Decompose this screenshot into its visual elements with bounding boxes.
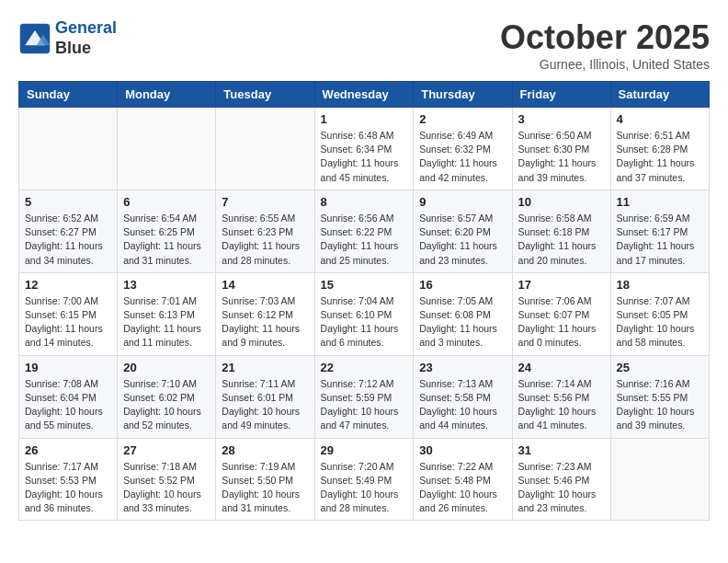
day-number: 20 <box>123 361 210 374</box>
calendar-cell: 6Sunrise: 6:54 AM Sunset: 6:25 PM Daylig… <box>118 190 216 272</box>
calendar-cell: 10Sunrise: 6:58 AM Sunset: 6:18 PM Dayli… <box>512 190 610 272</box>
day-number: 22 <box>321 361 408 374</box>
calendar-cell: 23Sunrise: 7:13 AM Sunset: 5:58 PM Dayli… <box>414 355 512 438</box>
calendar-cell: 7Sunrise: 6:55 AM Sunset: 6:23 PM Daylig… <box>216 190 314 272</box>
calendar-cell: 27Sunrise: 7:18 AM Sunset: 5:52 PM Dayli… <box>118 438 216 521</box>
day-info: Sunrise: 7:00 AM Sunset: 6:15 PM Dayligh… <box>25 294 111 350</box>
location: Gurnee, Illinois, United States <box>500 57 710 72</box>
day-number: 31 <box>518 443 605 457</box>
day-number: 26 <box>25 443 111 457</box>
calendar-cell: 4Sunrise: 6:51 AM Sunset: 6:28 PM Daylig… <box>610 108 709 190</box>
weekday-header-tuesday: Tuesday <box>216 82 314 108</box>
day-number: 19 <box>25 361 111 374</box>
calendar-cell: 16Sunrise: 7:05 AM Sunset: 6:08 PM Dayli… <box>414 272 512 355</box>
calendar-cell: 9Sunrise: 6:57 AM Sunset: 6:20 PM Daylig… <box>414 190 512 272</box>
calendar-week-row: 1Sunrise: 6:48 AM Sunset: 6:34 PM Daylig… <box>19 108 710 190</box>
day-number: 11 <box>617 195 703 209</box>
day-number: 17 <box>518 278 605 292</box>
day-info: Sunrise: 7:05 AM Sunset: 6:08 PM Dayligh… <box>419 294 506 350</box>
day-number: 28 <box>222 443 308 457</box>
logo-line2: Blue <box>55 39 117 59</box>
day-info: Sunrise: 7:12 AM Sunset: 5:59 PM Dayligh… <box>321 377 408 433</box>
day-info: Sunrise: 7:18 AM Sunset: 5:52 PM Dayligh… <box>123 460 210 516</box>
day-info: Sunrise: 6:52 AM Sunset: 6:27 PM Dayligh… <box>25 212 111 268</box>
calendar-table: SundayMondayTuesdayWednesdayThursdayFrid… <box>18 81 710 521</box>
calendar-cell: 3Sunrise: 6:50 AM Sunset: 6:30 PM Daylig… <box>512 108 610 190</box>
calendar-cell: 26Sunrise: 7:17 AM Sunset: 5:53 PM Dayli… <box>19 438 118 521</box>
weekday-header-wednesday: Wednesday <box>314 82 414 108</box>
day-number: 4 <box>617 112 703 126</box>
day-info: Sunrise: 7:19 AM Sunset: 5:50 PM Dayligh… <box>222 460 308 516</box>
weekday-header-row: SundayMondayTuesdayWednesdayThursdayFrid… <box>19 82 710 108</box>
logo: General Blue <box>18 18 117 58</box>
day-info: Sunrise: 7:06 AM Sunset: 6:07 PM Dayligh… <box>518 294 605 350</box>
day-number: 12 <box>25 278 111 292</box>
day-number: 1 <box>321 112 408 126</box>
weekday-header-monday: Monday <box>118 82 216 108</box>
day-number: 30 <box>419 443 506 457</box>
day-number: 27 <box>123 443 210 457</box>
day-info: Sunrise: 7:22 AM Sunset: 5:48 PM Dayligh… <box>419 460 506 516</box>
day-info: Sunrise: 6:49 AM Sunset: 6:32 PM Dayligh… <box>419 129 506 185</box>
day-info: Sunrise: 7:11 AM Sunset: 6:01 PM Dayligh… <box>222 377 308 433</box>
calendar-cell: 29Sunrise: 7:20 AM Sunset: 5:49 PM Dayli… <box>314 438 414 521</box>
weekday-header-thursday: Thursday <box>414 82 512 108</box>
day-number: 7 <box>222 195 308 209</box>
day-number: 2 <box>419 112 506 126</box>
day-number: 13 <box>123 278 210 292</box>
calendar-cell <box>118 108 216 190</box>
day-info: Sunrise: 7:01 AM Sunset: 6:13 PM Dayligh… <box>123 294 210 350</box>
page-header: General Blue October 2025 Gurnee, Illino… <box>18 18 710 72</box>
day-info: Sunrise: 7:10 AM Sunset: 6:02 PM Dayligh… <box>123 377 210 433</box>
calendar-week-row: 19Sunrise: 7:08 AM Sunset: 6:04 PM Dayli… <box>19 355 710 438</box>
calendar-cell: 5Sunrise: 6:52 AM Sunset: 6:27 PM Daylig… <box>19 190 118 272</box>
day-info: Sunrise: 6:48 AM Sunset: 6:34 PM Dayligh… <box>321 129 408 185</box>
calendar-cell: 22Sunrise: 7:12 AM Sunset: 5:59 PM Dayli… <box>314 355 414 438</box>
day-number: 6 <box>123 195 210 209</box>
day-info: Sunrise: 7:14 AM Sunset: 5:56 PM Dayligh… <box>518 377 605 433</box>
calendar-cell: 1Sunrise: 6:48 AM Sunset: 6:34 PM Daylig… <box>314 108 414 190</box>
calendar-cell <box>19 108 118 190</box>
day-number: 9 <box>419 195 506 209</box>
day-number: 24 <box>518 361 605 374</box>
logo-icon <box>18 22 51 55</box>
weekday-header-sunday: Sunday <box>19 82 118 108</box>
weekday-header-saturday: Saturday <box>610 82 709 108</box>
calendar-cell: 12Sunrise: 7:00 AM Sunset: 6:15 PM Dayli… <box>19 272 118 355</box>
day-info: Sunrise: 7:17 AM Sunset: 5:53 PM Dayligh… <box>25 460 111 516</box>
calendar-cell <box>610 438 709 521</box>
calendar-cell: 18Sunrise: 7:07 AM Sunset: 6:05 PM Dayli… <box>610 272 709 355</box>
calendar-cell: 30Sunrise: 7:22 AM Sunset: 5:48 PM Dayli… <box>414 438 512 521</box>
day-info: Sunrise: 6:57 AM Sunset: 6:20 PM Dayligh… <box>419 212 506 268</box>
day-info: Sunrise: 7:20 AM Sunset: 5:49 PM Dayligh… <box>321 460 408 516</box>
day-number: 25 <box>617 361 703 374</box>
day-info: Sunrise: 7:03 AM Sunset: 6:12 PM Dayligh… <box>222 294 308 350</box>
day-info: Sunrise: 6:51 AM Sunset: 6:28 PM Dayligh… <box>617 129 703 185</box>
calendar-cell: 15Sunrise: 7:04 AM Sunset: 6:10 PM Dayli… <box>314 272 414 355</box>
day-number: 15 <box>321 278 408 292</box>
calendar-cell: 21Sunrise: 7:11 AM Sunset: 6:01 PM Dayli… <box>216 355 314 438</box>
day-info: Sunrise: 7:04 AM Sunset: 6:10 PM Dayligh… <box>321 294 408 350</box>
calendar-cell: 28Sunrise: 7:19 AM Sunset: 5:50 PM Dayli… <box>216 438 314 521</box>
day-number: 21 <box>222 361 308 374</box>
day-number: 14 <box>222 278 308 292</box>
weekday-header-friday: Friday <box>512 82 610 108</box>
logo-line1: General <box>55 18 117 37</box>
day-info: Sunrise: 7:08 AM Sunset: 6:04 PM Dayligh… <box>25 377 111 433</box>
month-title: October 2025 <box>500 18 710 57</box>
calendar-cell <box>216 108 314 190</box>
day-info: Sunrise: 6:56 AM Sunset: 6:22 PM Dayligh… <box>321 212 408 268</box>
calendar-week-row: 12Sunrise: 7:00 AM Sunset: 6:15 PM Dayli… <box>19 272 710 355</box>
calendar-cell: 14Sunrise: 7:03 AM Sunset: 6:12 PM Dayli… <box>216 272 314 355</box>
day-number: 3 <box>518 112 605 126</box>
day-info: Sunrise: 6:54 AM Sunset: 6:25 PM Dayligh… <box>123 212 210 268</box>
day-number: 16 <box>419 278 506 292</box>
calendar-cell: 8Sunrise: 6:56 AM Sunset: 6:22 PM Daylig… <box>314 190 414 272</box>
day-number: 29 <box>321 443 408 457</box>
day-number: 8 <box>321 195 408 209</box>
calendar-cell: 31Sunrise: 7:23 AM Sunset: 5:46 PM Dayli… <box>512 438 610 521</box>
calendar-cell: 11Sunrise: 6:59 AM Sunset: 6:17 PM Dayli… <box>610 190 709 272</box>
day-number: 23 <box>419 361 506 374</box>
logo-text: General Blue <box>55 18 117 58</box>
day-info: Sunrise: 6:55 AM Sunset: 6:23 PM Dayligh… <box>222 212 308 268</box>
